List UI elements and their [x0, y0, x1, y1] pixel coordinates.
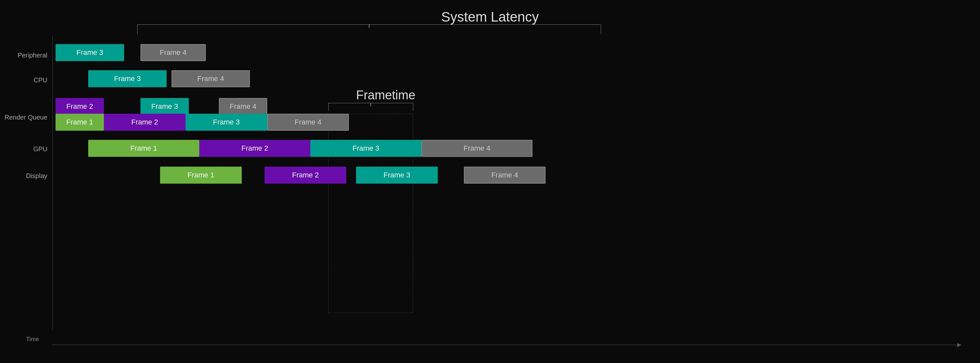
- time-axis: [52, 345, 960, 345]
- bar-gpu-frame4: Frame 4: [422, 140, 533, 157]
- label-gpu: GPU: [2, 145, 48, 153]
- bar-peripheral-frame3: Frame 3: [56, 44, 124, 61]
- bar-peripheral-frame4: Frame 4: [140, 44, 206, 61]
- bar-rq-top-frame3: Frame 3: [140, 98, 189, 115]
- frametime-bracket-tick: [371, 103, 371, 107]
- system-latency-title: System Latency: [441, 9, 539, 25]
- system-latency-bracket-tick: [369, 24, 369, 28]
- bar-gpu-frame3: Frame 3: [310, 140, 422, 157]
- bar-cpu-frame3: Frame 3: [88, 70, 167, 87]
- time-axis-arrow: [957, 343, 962, 347]
- bar-rq-bot-frame3: Frame 3: [186, 114, 267, 131]
- bar-display-frame4: Frame 4: [464, 167, 546, 184]
- chart-container: System Latency Frametime Peripheral Fram…: [0, 0, 980, 363]
- bar-rq-bot-frame2: Frame 2: [104, 114, 186, 131]
- bar-gpu-frame2: Frame 2: [199, 140, 310, 157]
- frametime-title: Frametime: [356, 88, 415, 102]
- label-cpu: CPU: [2, 76, 48, 84]
- bar-rq-bot-frame1: Frame 1: [56, 114, 104, 131]
- label-peripheral: Peripheral: [2, 52, 48, 59]
- label-display: Display: [2, 172, 48, 180]
- bar-rq-top-frame4: Frame 4: [219, 98, 267, 115]
- bar-rq-top-frame2: Frame 2: [56, 98, 104, 115]
- bar-display-frame3: Frame 3: [356, 167, 438, 184]
- vertical-divider: [52, 36, 53, 330]
- label-render-queue: Render Queue: [2, 114, 48, 121]
- bar-display-frame2: Frame 2: [265, 167, 346, 184]
- bar-display-frame1: Frame 1: [160, 167, 242, 184]
- time-label: Time: [26, 336, 39, 343]
- bar-gpu-frame1: Frame 1: [88, 140, 199, 157]
- bar-rq-bot-frame4: Frame 4: [267, 114, 349, 131]
- bar-cpu-frame4: Frame 4: [172, 70, 250, 87]
